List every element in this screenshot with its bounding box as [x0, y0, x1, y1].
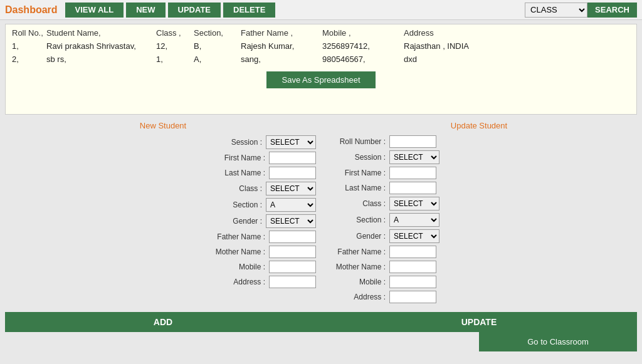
new-button[interactable]: NEW	[126, 3, 165, 18]
new-father-input[interactable]	[269, 231, 316, 243]
update-session-select[interactable]: SELECT 2020-21 2021-22	[389, 150, 439, 164]
new-mobile-input[interactable]	[269, 261, 316, 273]
update-mobile-input[interactable]	[389, 276, 436, 288]
update-firstname-row: First Name :	[326, 167, 632, 179]
col-father-header: Father Name ,	[241, 28, 322, 38]
new-section-label: Section :	[206, 200, 262, 209]
new-lastname-label: Last Name :	[209, 169, 265, 177]
row1-name: Ravi prakash Shrivastav,	[46, 40, 156, 53]
new-firstname-input[interactable]	[269, 152, 316, 164]
new-firstname-row: First Name :	[10, 152, 316, 164]
update-student-form: Update Student Roll Number : Session : S…	[321, 118, 637, 308]
update-gender-select[interactable]: SELECT MaleFemale	[389, 229, 439, 243]
new-gender-row: Gender : SELECT MaleFemale	[10, 214, 316, 228]
bottom-row1: ADD UPDATE	[5, 312, 637, 332]
new-session-label: Session :	[206, 138, 262, 147]
new-class-label: Class :	[206, 184, 262, 193]
update-address-label: Address :	[326, 293, 386, 301]
update-address-row: Address :	[326, 291, 632, 303]
new-father-row: Father Name :	[10, 231, 316, 243]
update-section-row: Section : ABCD	[326, 213, 632, 227]
update-roll-input[interactable]	[389, 135, 436, 148]
update-session-label: Session :	[326, 153, 386, 162]
update-father-label: Father Name :	[326, 247, 386, 256]
row1-class: 12,	[156, 40, 194, 53]
update-class-label: Class :	[326, 199, 386, 208]
new-student-title: New Student	[10, 121, 316, 130]
goto-classroom-button[interactable]: Go to Classroom	[479, 332, 637, 351]
row1-address: Rajasthan , INDIA	[404, 40, 529, 53]
col-address-header: Address	[404, 28, 529, 38]
update-firstname-input[interactable]	[389, 167, 436, 179]
new-mother-label: Mother Name :	[209, 247, 265, 256]
update-father-input[interactable]	[389, 246, 436, 258]
row1-roll: 1,	[12, 40, 46, 53]
new-class-row: Class : SELECT 123 12	[10, 182, 316, 195]
col-rollno-header: Roll No.,	[12, 28, 46, 38]
new-mother-input[interactable]	[269, 246, 316, 258]
update-lastname-input[interactable]	[389, 182, 436, 194]
row2-address: dxd	[404, 53, 529, 66]
header: Dashboard VIEW ALL NEW UPDATE DELETE CLA…	[0, 0, 642, 20]
update-lastname-label: Last Name :	[326, 184, 386, 192]
col-mobile-header: Mobile ,	[322, 28, 404, 38]
update-section-select[interactable]: ABCD	[389, 213, 439, 227]
new-session-row: Session : SELECT 2020-21 2021-22	[10, 135, 316, 149]
update-father-row: Father Name :	[326, 246, 632, 258]
new-mother-row: Mother Name :	[10, 246, 316, 258]
new-section-row: Section : ABCD	[10, 198, 316, 212]
update-section-label: Section :	[326, 216, 386, 224]
col-class-header: Class ,	[156, 28, 194, 38]
save-btn-container: Save As Spreadsheet	[11, 71, 631, 88]
update-class-select[interactable]: SELECT 1212	[389, 197, 439, 211]
bottom-left-spacer	[5, 332, 163, 351]
bottom-row2: Go to Classroom	[5, 332, 637, 351]
save-spreadsheet-button[interactable]: Save As Spreadsheet	[266, 71, 375, 88]
update-class-row: Class : SELECT 1212	[326, 197, 632, 211]
delete-button[interactable]: DELETE	[223, 3, 275, 18]
update-session-row: Session : SELECT 2020-21 2021-22	[326, 150, 632, 164]
search-button[interactable]: SEARCH	[587, 3, 637, 18]
update-firstname-label: First Name :	[326, 169, 386, 177]
row1-father: Rajesh Kumar,	[241, 40, 322, 53]
col-section-header: Section,	[194, 28, 241, 38]
update-gender-row: Gender : SELECT MaleFemale	[326, 229, 632, 243]
row2-roll: 2,	[12, 53, 46, 66]
row2-section: A,	[194, 53, 241, 66]
table-header: Roll No., Student Name, Class , Section,…	[11, 28, 631, 38]
data-scroll-area[interactable]: Roll No., Student Name, Class , Section,…	[11, 28, 631, 66]
row2-class: 1,	[156, 53, 194, 66]
update-student-title: Update Student	[326, 121, 632, 130]
data-rows: 1, Ravi prakash Shrivastav, 12, B, Rajes…	[11, 40, 631, 66]
update-roll-row: Roll Number :	[326, 135, 632, 148]
update-mother-input[interactable]	[389, 261, 436, 273]
update-gender-label: Gender :	[326, 232, 386, 241]
update-address-input[interactable]	[389, 291, 436, 303]
new-gender-select[interactable]: SELECT MaleFemale	[266, 214, 316, 228]
new-lastname-input[interactable]	[269, 167, 316, 179]
new-class-select[interactable]: SELECT 123 12	[266, 182, 316, 195]
new-father-label: Father Name :	[209, 232, 265, 241]
view-all-button[interactable]: VIEW ALL	[65, 3, 124, 18]
new-student-form: New Student Session : SELECT 2020-21 202…	[5, 118, 321, 308]
bottom-buttons: ADD UPDATE Go to Classroom	[5, 312, 637, 351]
update-button[interactable]: UPDATE	[321, 312, 637, 332]
update-mobile-row: Mobile :	[326, 276, 632, 288]
class-search-select[interactable]: CLASS SECTION ROLL NO NAME	[525, 3, 587, 18]
update-header-button[interactable]: UPDATE	[168, 3, 221, 18]
row2-mobile: 980546567,	[322, 53, 404, 66]
forms-area: New Student Session : SELECT 2020-21 202…	[5, 118, 637, 308]
update-roll-label: Roll Number :	[326, 137, 386, 146]
new-firstname-label: First Name :	[209, 153, 265, 162]
table-row: 2, sb rs, 1, A, sang, 980546567, dxd	[12, 53, 631, 66]
new-lastname-row: Last Name :	[10, 167, 316, 179]
col-name-header: Student Name,	[46, 28, 156, 38]
add-button[interactable]: ADD	[5, 312, 321, 332]
new-address-input[interactable]	[269, 276, 316, 288]
row1-section: B,	[194, 40, 241, 53]
new-gender-label: Gender :	[206, 217, 262, 226]
new-session-select[interactable]: SELECT 2020-21 2021-22	[266, 135, 316, 149]
update-mother-label: Mother Name :	[326, 263, 386, 271]
row2-name: sb rs,	[46, 53, 156, 66]
new-section-select[interactable]: ABCD	[266, 198, 316, 212]
